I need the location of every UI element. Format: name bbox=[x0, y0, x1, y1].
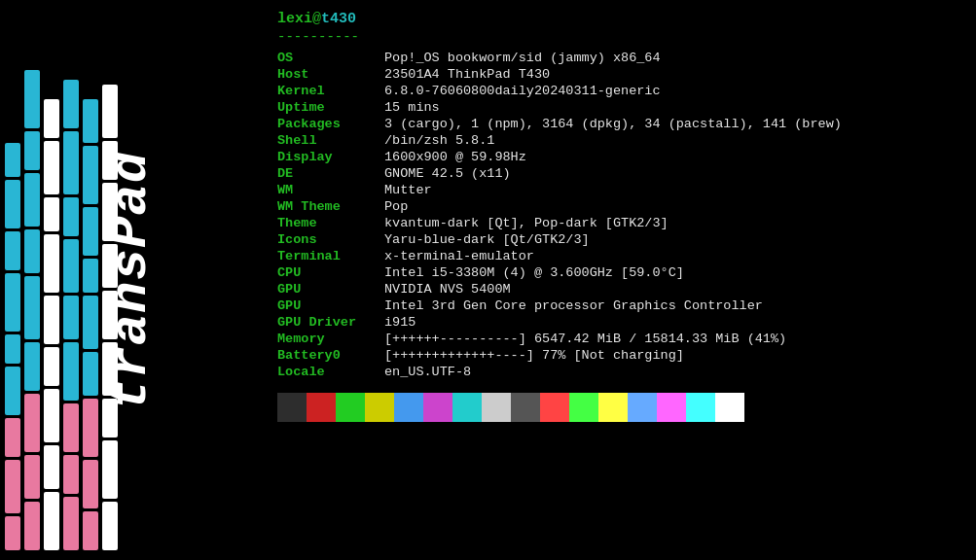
info-row: Host23501A4 ThinkPad T430 bbox=[277, 67, 961, 82]
color-swatch-12 bbox=[628, 393, 657, 422]
info-key: GPU bbox=[277, 298, 384, 313]
color-swatch-11 bbox=[598, 393, 628, 422]
separator-line: ---------- bbox=[277, 29, 961, 45]
color-swatch-13 bbox=[657, 393, 686, 422]
color-swatch-7 bbox=[482, 393, 511, 422]
left-panel: transPad bbox=[0, 0, 263, 560]
info-value: [+++++++++++++----] 77% [Not charging] bbox=[384, 348, 684, 363]
info-value: GNOME 42.5 (x11) bbox=[384, 166, 511, 181]
bar-col-4 bbox=[63, 0, 79, 560]
info-key: Battery0 bbox=[277, 348, 384, 363]
info-row: Themekvantum-dark [Qt], Pop-dark [GTK2/3… bbox=[277, 216, 961, 230]
color-swatch-2 bbox=[336, 393, 365, 422]
info-key: Host bbox=[277, 67, 384, 82]
info-key: Packages bbox=[277, 117, 384, 131]
username: lexi bbox=[277, 11, 312, 27]
info-key: WM Theme bbox=[277, 199, 384, 214]
color-swatch-15 bbox=[715, 393, 744, 422]
color-swatch-9 bbox=[540, 393, 569, 422]
info-value: 1600x900 @ 59.98Hz bbox=[384, 150, 526, 164]
bar-col-2 bbox=[24, 0, 40, 560]
info-value: Mutter bbox=[384, 183, 432, 197]
right-panel: lexi@t430 ---------- OSPop!_OS bookworm/… bbox=[263, 0, 976, 560]
info-row: Memory[++++++----------] 6547.42 MiB / 1… bbox=[277, 332, 961, 346]
info-key: Uptime bbox=[277, 100, 384, 115]
color-swatch-3 bbox=[365, 393, 394, 422]
info-key: DE bbox=[277, 166, 384, 181]
info-value: Pop bbox=[384, 199, 408, 214]
info-row: IconsYaru-blue-dark [Qt/GTK2/3] bbox=[277, 232, 961, 247]
info-row: Display1600x900 @ 59.98Hz bbox=[277, 150, 961, 164]
info-value: Yaru-blue-dark [Qt/GTK2/3] bbox=[384, 232, 590, 247]
info-row: Battery0[+++++++++++++----] 77% [Not cha… bbox=[277, 348, 961, 363]
info-key: Shell bbox=[277, 133, 384, 148]
info-value: 3 (cargo), 1 (npm), 3164 (dpkg), 34 (pac… bbox=[384, 117, 842, 131]
info-value: Pop!_OS bookworm/sid (jammy) x86_64 bbox=[384, 51, 661, 65]
info-value: kvantum-dark [Qt], Pop-dark [GTK2/3] bbox=[384, 216, 669, 230]
info-value: 6.8.0-76060800daily20240311-generic bbox=[384, 84, 661, 98]
info-row: DEGNOME 42.5 (x11) bbox=[277, 166, 961, 181]
info-key: Kernel bbox=[277, 84, 384, 98]
info-key: Terminal bbox=[277, 249, 384, 263]
info-value: 23501A4 ThinkPad T430 bbox=[384, 67, 550, 82]
info-key: Display bbox=[277, 150, 384, 164]
logo-title: transPad bbox=[102, 150, 162, 409]
info-row: Localeen_US.UTF-8 bbox=[277, 365, 961, 379]
info-row: GPUNVIDIA NVS 5400M bbox=[277, 282, 961, 297]
info-row: Uptime15 mins bbox=[277, 100, 961, 115]
info-value: en_US.UTF-8 bbox=[384, 365, 471, 379]
hostname: t430 bbox=[321, 11, 356, 27]
info-value: NVIDIA NVS 5400M bbox=[384, 282, 511, 297]
info-key: Icons bbox=[277, 232, 384, 247]
info-value: /bin/zsh 5.8.1 bbox=[384, 133, 494, 148]
info-key: Locale bbox=[277, 365, 384, 379]
info-key: CPU bbox=[277, 265, 384, 280]
at-symbol: @ bbox=[312, 11, 321, 27]
color-strip bbox=[277, 393, 961, 422]
info-row: GPUIntel 3rd Gen Core processor Graphics… bbox=[277, 298, 961, 313]
info-row: WMMutter bbox=[277, 183, 961, 197]
info-value: i915 bbox=[384, 315, 416, 330]
info-value: Intel 3rd Gen Core processor Graphics Co… bbox=[384, 298, 763, 313]
color-swatch-14 bbox=[686, 393, 715, 422]
username-line: lexi@t430 bbox=[277, 10, 961, 27]
color-swatch-8 bbox=[511, 393, 540, 422]
color-swatch-10 bbox=[569, 393, 598, 422]
color-swatch-6 bbox=[452, 393, 482, 422]
info-value: x-terminal-emulator bbox=[384, 249, 534, 263]
info-row: WM ThemePop bbox=[277, 199, 961, 214]
info-key: GPU Driver bbox=[277, 315, 384, 330]
info-row: OSPop!_OS bookworm/sid (jammy) x86_64 bbox=[277, 51, 961, 65]
color-swatch-0 bbox=[277, 393, 307, 422]
info-key: Memory bbox=[277, 332, 384, 346]
info-row: Shell/bin/zsh 5.8.1 bbox=[277, 133, 961, 148]
info-key: Theme bbox=[277, 216, 384, 230]
info-table: OSPop!_OS bookworm/sid (jammy) x86_64Hos… bbox=[277, 51, 961, 379]
info-key: OS bbox=[277, 51, 384, 65]
bar-col-3 bbox=[44, 0, 59, 560]
info-key: WM bbox=[277, 183, 384, 197]
info-value: Intel i5-3380M (4) @ 3.600GHz [59.0°C] bbox=[384, 265, 684, 280]
info-row: Terminalx-terminal-emulator bbox=[277, 249, 961, 263]
color-swatch-4 bbox=[394, 393, 423, 422]
info-row: GPU Driveri915 bbox=[277, 315, 961, 330]
info-row: CPUIntel i5-3380M (4) @ 3.600GHz [59.0°C… bbox=[277, 265, 961, 280]
color-swatch-5 bbox=[423, 393, 452, 422]
info-value: 15 mins bbox=[384, 100, 440, 115]
info-value: [++++++----------] 6547.42 MiB / 15814.3… bbox=[384, 332, 786, 346]
color-swatch-1 bbox=[307, 393, 336, 422]
bar-col-5 bbox=[83, 0, 98, 560]
bar-col-1 bbox=[5, 0, 20, 560]
info-key: GPU bbox=[277, 282, 384, 297]
info-row: Kernel6.8.0-76060800daily20240311-generi… bbox=[277, 84, 961, 98]
info-row: Packages3 (cargo), 1 (npm), 3164 (dpkg),… bbox=[277, 117, 961, 131]
